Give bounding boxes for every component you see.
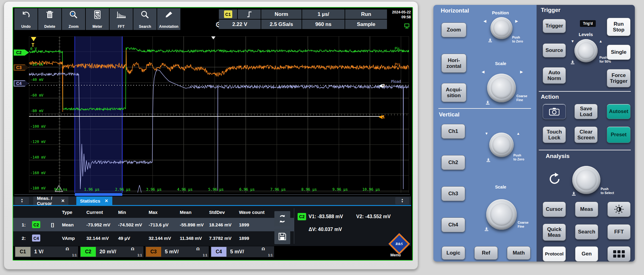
tab-meas-cursor[interactable]: Meas. / Cursor ✕ — [33, 196, 68, 205]
sample-rate-cell[interactable]: 2.5 GSa/s — [261, 20, 302, 29]
trigger-source-cell[interactable]: C1 — [219, 9, 237, 19]
rotate-up-icon: ▲ — [599, 39, 602, 43]
search-button[interactable]: Search — [133, 8, 157, 30]
push-icon — [485, 100, 490, 105]
trigger-button[interactable]: Trigger — [543, 19, 566, 33]
channel-marker-c4[interactable]: C4 — [14, 80, 29, 86]
intensity-button[interactable] — [607, 202, 631, 217]
menu-button[interactable]: Menu — [390, 253, 401, 257]
horizontal-scale-knob[interactable] — [487, 74, 516, 102]
fft-panel-button[interactable]: FFT — [607, 224, 631, 240]
cursor-marker-1: ◀1 — [378, 114, 385, 119]
stats-row-2[interactable]: 2: C4 VAmp 32.144 mV 49 µV 32.144 mV 11.… — [13, 231, 294, 245]
cursor-button[interactable]: Cursor — [543, 202, 566, 217]
channel-bar-c1[interactable]: C1 1 V/ Ω 1:1 — [14, 246, 78, 258]
trace-label: Pload — [391, 79, 401, 84]
acquisition-button[interactable]: Acqui- sition — [441, 83, 466, 102]
t-axis-label: 7.96 µs — [270, 187, 286, 192]
coarse-fine-hint: Coarse Fine — [518, 221, 529, 228]
channel-marker-c2[interactable]: C2 — [14, 50, 29, 56]
horizontal-menu-button[interactable]: Hori- zontal — [441, 54, 466, 73]
t-axis-label: 5.96 µs — [208, 187, 224, 192]
tab-scroll-left-widget[interactable]: ▲ ▼ — [15, 197, 29, 204]
force-trigger-button[interactable]: Force Trigger — [607, 69, 631, 87]
statistics-panel: Type Current Min Max Mean StdDev Wave co… — [13, 206, 411, 246]
save-stats-button[interactable] — [274, 229, 290, 244]
camera-button[interactable] — [543, 104, 566, 119]
channel-marker-c3[interactable]: C3 — [14, 64, 29, 71]
divider — [294, 208, 294, 244]
tab-statistics[interactable]: Statistics ✕ — [76, 196, 112, 205]
cursor-marker-2: ◀2 — [378, 83, 385, 88]
stats-row-1[interactable]: 1: C2 [] Mean -73.952 mV -74.502 mV -713… — [13, 218, 294, 231]
camera-icon — [549, 108, 559, 116]
protocol-button[interactable]: Protocol — [543, 246, 566, 262]
vertical-position-knob[interactable] — [489, 133, 514, 157]
refresh-stats-button[interactable] — [274, 211, 290, 226]
run-stop-button[interactable]: Run Stop — [607, 18, 631, 36]
trigger-mode-cell[interactable]: Norm — [261, 9, 302, 19]
section-title-vertical: Vertical — [439, 111, 460, 118]
waveform-grid[interactable]: 0 V-20 mV-40 mV-60 mV-80 mV-100 mV-120 m… — [29, 36, 409, 193]
save-load-button[interactable]: Save Load — [574, 104, 598, 119]
touch-lock-button[interactable]: Touch Lock — [543, 127, 566, 143]
ch2-button[interactable]: Ch2 — [441, 155, 465, 170]
delete-button[interactable]: Delete — [38, 8, 61, 30]
channel-bar-c4[interactable]: C4 5 mV/ Ω 1:1 — [210, 246, 274, 258]
chevron-down-icon: ▼ — [21, 201, 23, 203]
rising-edge-icon — [245, 10, 253, 18]
trigger-levels-knob[interactable] — [574, 39, 598, 62]
undo-icon — [21, 10, 31, 18]
c2-badge: C2 — [81, 247, 96, 257]
v-axis-label: -160 mV — [30, 171, 46, 175]
trigger-level-cell[interactable]: 2.22 V — [219, 20, 261, 29]
timebase-cell[interactable]: 1 µs/ — [302, 9, 345, 19]
preset-button[interactable]: Preset — [607, 127, 631, 143]
close-icon[interactable]: ✕ — [61, 198, 65, 203]
auto-norm-button[interactable]: Auto Norm — [543, 67, 566, 84]
single-button[interactable]: Single — [607, 45, 631, 60]
search-icon — [140, 10, 150, 19]
horizontal-position-knob[interactable] — [490, 17, 512, 39]
meas-button[interactable]: Meas — [575, 202, 598, 217]
impedance-icon: Ω — [66, 247, 69, 251]
ref-button[interactable]: Ref — [474, 246, 498, 260]
zoom-region-indicator[interactable] — [75, 193, 122, 196]
search-panel-button[interactable]: Search — [575, 224, 598, 240]
tab-scroll-right-widget[interactable]: ▲ ▼ — [395, 197, 409, 204]
acq-state-cell[interactable]: Run — [345, 9, 387, 19]
quick-meas-button[interactable]: Quick Meas — [543, 224, 566, 241]
apps-button[interactable] — [607, 246, 631, 262]
push-icon — [571, 191, 576, 196]
save-icon — [278, 232, 287, 241]
vertical-scale-knob[interactable] — [486, 199, 517, 230]
autoset-button[interactable]: Autoset — [607, 104, 631, 119]
gen-button[interactable]: Gen — [575, 246, 598, 262]
trigger-slope-cell[interactable] — [238, 9, 261, 19]
close-icon[interactable]: ✕ — [105, 198, 108, 203]
zoom-panel-button[interactable]: Zoom — [441, 23, 466, 37]
channel-bar-c3[interactable]: C3 5 mV/ Ω 1:1 — [145, 246, 209, 258]
analysis-navigation-knob[interactable] — [572, 166, 600, 194]
pencil-icon — [164, 10, 173, 19]
logic-button[interactable]: Logic — [442, 246, 465, 260]
undo-button[interactable]: Undo — [14, 8, 38, 30]
position-cell[interactable]: 960 ns — [302, 20, 345, 29]
tab-bar: ▲ ▼ Meas. / Cursor ✕ Statistics ✕ ▲ ▼ — [13, 196, 411, 205]
coarse-fine-hint: Coarse Fine — [516, 94, 527, 102]
math-button[interactable]: Math — [507, 246, 530, 260]
probe-ratio: 1:1 — [268, 254, 273, 257]
meter-button[interactable]: Meter — [86, 8, 109, 30]
source-button[interactable]: Source — [543, 43, 566, 57]
ch4-button[interactable]: Ch4 — [441, 218, 465, 232]
fft-spectrum-icon — [116, 10, 126, 18]
zoom-button[interactable]: Zoom — [62, 8, 85, 30]
annotation-button[interactable]: Annotation — [157, 8, 180, 30]
clear-screen-button[interactable]: Clear Screen — [574, 127, 598, 143]
ch3-button[interactable]: Ch3 — [441, 186, 465, 201]
v-axis-label: -40 mV — [30, 78, 43, 82]
channel-bar-c2[interactable]: C2 20 mV/ Ω 1:1 — [80, 246, 144, 258]
fft-button[interactable]: FFT — [110, 8, 133, 30]
acq-mode-cell[interactable]: Sample — [345, 20, 387, 29]
ch1-button[interactable]: Ch1 — [441, 124, 465, 139]
